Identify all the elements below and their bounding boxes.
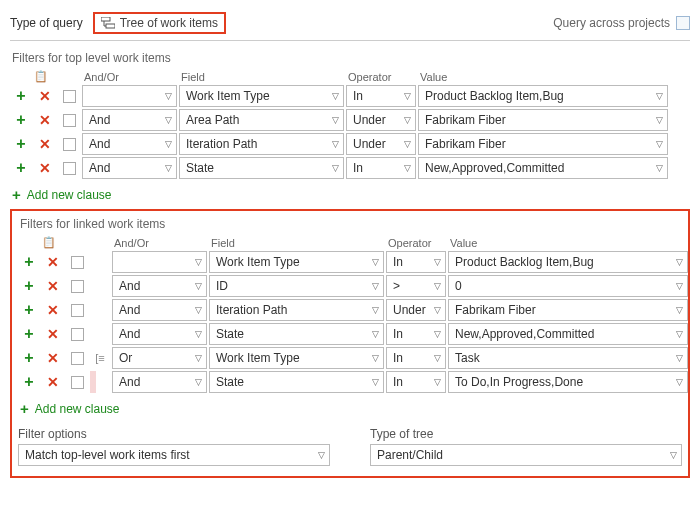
query-type-value: Tree of work items <box>120 16 218 30</box>
operator-select[interactable]: In ▽ <box>386 347 446 369</box>
remove-row-icon[interactable]: ✕ <box>34 88 56 104</box>
field-select[interactable]: Iteration Path ▽ <box>209 299 384 321</box>
add-row-icon[interactable]: + <box>10 111 32 129</box>
operator-select[interactable]: > ▽ <box>386 275 446 297</box>
chevron-down-icon: ▽ <box>670 450 677 460</box>
remove-row-icon[interactable]: ✕ <box>42 278 64 294</box>
add-row-icon[interactable]: + <box>10 135 32 153</box>
remove-row-icon[interactable]: ✕ <box>34 136 56 152</box>
chevron-down-icon: ▽ <box>165 115 172 125</box>
field-select[interactable]: Iteration Path ▽ <box>179 133 344 155</box>
query-type-selector[interactable]: Tree of work items <box>93 12 226 34</box>
chevron-down-icon: ▽ <box>404 139 411 149</box>
chevron-down-icon: ▽ <box>404 163 411 173</box>
add-row-icon[interactable]: + <box>10 159 32 177</box>
operator-select[interactable]: In ▽ <box>346 85 416 107</box>
row-checkbox[interactable] <box>71 376 84 389</box>
andor-select[interactable]: ▽ <box>82 85 177 107</box>
operator-select[interactable]: Under ▽ <box>386 299 446 321</box>
col-operator: Operator <box>346 71 416 83</box>
chevron-down-icon: ▽ <box>656 91 663 101</box>
remove-row-icon[interactable]: ✕ <box>42 326 64 342</box>
cross-projects-checkbox[interactable] <box>676 16 690 30</box>
andor-select[interactable]: And ▽ <box>112 299 207 321</box>
operator-select-value: Under <box>393 303 426 317</box>
row-checkbox[interactable] <box>63 114 76 127</box>
andor-select[interactable]: And ▽ <box>112 275 207 297</box>
filter-options-select[interactable]: Match top-level work items first ▽ <box>18 444 330 466</box>
filter-options-label: Filter options <box>18 427 330 441</box>
add-row-icon[interactable]: + <box>18 301 40 319</box>
operator-select[interactable]: In ▽ <box>386 371 446 393</box>
value-select[interactable]: Task ▽ <box>448 347 688 369</box>
operator-select[interactable]: In ▽ <box>386 323 446 345</box>
clipboard-icon[interactable]: 📋 <box>42 236 64 249</box>
remove-row-icon[interactable]: ✕ <box>42 350 64 366</box>
andor-select[interactable]: And ▽ <box>82 109 177 131</box>
type-of-tree-select[interactable]: Parent/Child ▽ <box>370 444 682 466</box>
value-select[interactable]: Fabrikam Fiber ▽ <box>418 109 668 131</box>
value-select[interactable]: Fabrikam Fiber ▽ <box>418 133 668 155</box>
field-select-value: State <box>216 327 244 341</box>
remove-row-icon[interactable]: ✕ <box>34 112 56 128</box>
filter-row: + ✕ And ▽ Area Path ▽ Under ▽ Fabrikam F… <box>10 108 690 132</box>
row-checkbox[interactable] <box>63 162 76 175</box>
add-row-icon[interactable]: + <box>18 253 40 271</box>
row-checkbox[interactable] <box>63 90 76 103</box>
chevron-down-icon: ▽ <box>195 377 202 387</box>
field-select[interactable]: State ▽ <box>209 371 384 393</box>
add-new-clause-top[interactable]: + Add new clause <box>12 186 690 203</box>
operator-select[interactable]: In ▽ <box>386 251 446 273</box>
operator-select[interactable]: Under ▽ <box>346 133 416 155</box>
value-select[interactable]: New,Approved,Committed ▽ <box>418 157 668 179</box>
remove-row-icon[interactable]: ✕ <box>42 302 64 318</box>
type-of-tree-label: Type of tree <box>370 427 682 441</box>
remove-row-icon[interactable]: ✕ <box>42 374 64 390</box>
row-checkbox[interactable] <box>63 138 76 151</box>
andor-select[interactable]: And ▽ <box>112 323 207 345</box>
row-checkbox[interactable] <box>71 280 84 293</box>
value-select[interactable]: Product Backlog Item,Bug ▽ <box>448 251 688 273</box>
andor-select-value: And <box>89 161 110 175</box>
clipboard-icon[interactable]: 📋 <box>34 70 56 83</box>
add-row-icon[interactable]: + <box>18 277 40 295</box>
field-select[interactable]: State ▽ <box>209 323 384 345</box>
remove-row-icon[interactable]: ✕ <box>34 160 56 176</box>
cross-projects-toggle[interactable]: Query across projects <box>553 16 690 30</box>
field-select[interactable]: Area Path ▽ <box>179 109 344 131</box>
value-select[interactable]: 0 ▽ <box>448 275 688 297</box>
add-row-icon[interactable]: + <box>18 325 40 343</box>
col-value: Value <box>418 71 668 83</box>
field-select[interactable]: Work Item Type ▽ <box>179 85 344 107</box>
field-select[interactable]: Work Item Type ▽ <box>209 347 384 369</box>
value-select[interactable]: To Do,In Progress,Done ▽ <box>448 371 688 393</box>
operator-select[interactable]: Under ▽ <box>346 109 416 131</box>
field-select[interactable]: Work Item Type ▽ <box>209 251 384 273</box>
value-select[interactable]: Product Backlog Item,Bug ▽ <box>418 85 668 107</box>
andor-select[interactable]: And ▽ <box>112 371 207 393</box>
field-select[interactable]: State ▽ <box>179 157 344 179</box>
operator-select-value: In <box>353 89 363 103</box>
row-checkbox[interactable] <box>71 304 84 317</box>
andor-select[interactable]: And ▽ <box>82 133 177 155</box>
row-checkbox[interactable] <box>71 256 84 269</box>
andor-select-value: And <box>119 375 140 389</box>
add-new-clause-linked[interactable]: + Add new clause <box>20 400 682 417</box>
add-row-icon[interactable]: + <box>10 87 32 105</box>
add-row-icon[interactable]: + <box>18 373 40 391</box>
chevron-down-icon: ▽ <box>372 281 379 291</box>
field-select[interactable]: ID ▽ <box>209 275 384 297</box>
chevron-down-icon: ▽ <box>165 163 172 173</box>
operator-select[interactable]: In ▽ <box>346 157 416 179</box>
andor-select[interactable]: Or ▽ <box>112 347 207 369</box>
group-start-icon[interactable]: [≡ <box>90 352 110 364</box>
andor-select[interactable]: And ▽ <box>82 157 177 179</box>
value-select[interactable]: New,Approved,Committed ▽ <box>448 323 688 345</box>
andor-select[interactable]: ▽ <box>112 251 207 273</box>
remove-row-icon[interactable]: ✕ <box>42 254 64 270</box>
row-checkbox[interactable] <box>71 352 84 365</box>
add-row-icon[interactable]: + <box>18 349 40 367</box>
row-checkbox[interactable] <box>71 328 84 341</box>
value-select[interactable]: Fabrikam Fiber ▽ <box>448 299 688 321</box>
andor-select-value: And <box>89 113 110 127</box>
